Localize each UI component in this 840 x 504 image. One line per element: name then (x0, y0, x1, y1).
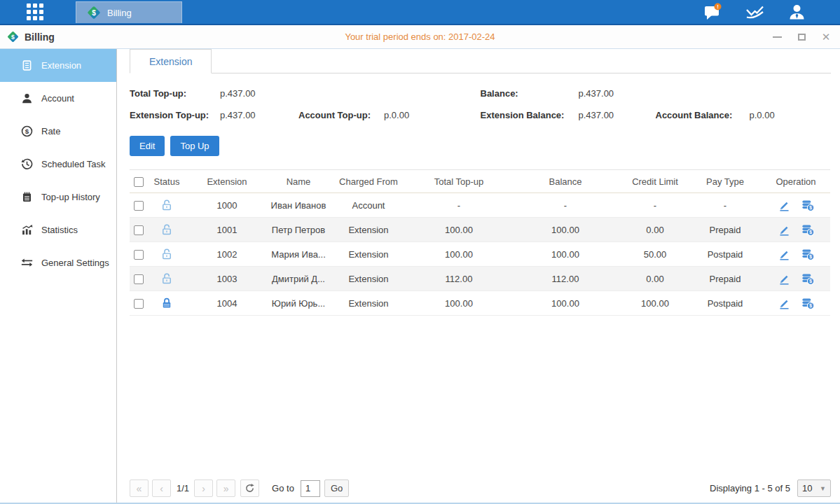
cell-charged-from: Extension (329, 218, 408, 242)
sidebar-item-account[interactable]: Account (0, 82, 116, 115)
edit-pencil-icon[interactable] (777, 247, 791, 261)
cell-extension: 1004 (186, 291, 268, 316)
cell-name: Дмитрий Д... (268, 267, 329, 291)
window-title: Billing (25, 31, 55, 43)
go-button[interactable]: Go (324, 479, 349, 497)
sidebar-item-extension[interactable]: Extension (0, 49, 116, 82)
sidebar-item-scheduled-task[interactable]: Scheduled Task (0, 148, 116, 181)
cell-total-topup: 100.00 (408, 218, 509, 242)
cell-total-topup: 100.00 (408, 291, 509, 316)
cell-credit-limit: - (621, 193, 689, 218)
maximize-button[interactable] (796, 31, 807, 43)
svg-text:$: $ (809, 254, 812, 260)
tab-extension[interactable]: Extension (130, 49, 212, 74)
cell-charged-from: Extension (329, 291, 408, 316)
svg-text:$: $ (809, 279, 812, 284)
column-header-credit-limit: Credit Limit (621, 170, 689, 193)
topbar-billing-tab[interactable]: $ Billing (76, 1, 182, 23)
os-topbar: $ Billing ! (0, 0, 840, 25)
goto-page-input[interactable] (301, 480, 320, 497)
billing-summary: Total Top-up: p.437.00 Extension Top-up:… (130, 83, 831, 126)
column-header-pay-type: Pay Type (689, 170, 762, 193)
notifications-icon[interactable]: ! (703, 2, 722, 22)
total-topup-value: p.437.00 (220, 88, 298, 99)
main-panel: Extension Total Top-up: p.437.00 Extensi… (117, 49, 840, 503)
row-checkbox[interactable] (134, 299, 144, 309)
extension-topup-label: Extension Top-up: (130, 110, 220, 120)
cell-extension: 1000 (186, 193, 268, 218)
top-up-coins-icon[interactable]: $ (801, 296, 815, 310)
cell-pay-type: Prepaid (689, 267, 762, 291)
svg-text:$: $ (25, 127, 29, 135)
edit-pencil-icon[interactable] (777, 223, 791, 237)
refresh-button[interactable] (240, 479, 259, 497)
sidebar-item-rate[interactable]: $ Rate (0, 115, 116, 148)
sidebar-item-label: Scheduled Task (41, 159, 106, 169)
edit-button[interactable]: Edit (130, 136, 165, 156)
top-up-coins-icon[interactable]: $ (801, 223, 815, 237)
next-page-button[interactable]: › (194, 479, 213, 497)
sidebar-item-general-settings[interactable]: General Settings (0, 246, 116, 279)
last-page-button[interactable]: » (216, 479, 235, 497)
cell-name: Петр Петров (268, 218, 329, 242)
cell-credit-limit: 50.00 (621, 242, 689, 267)
page-size-select[interactable]: 10 ▼ (797, 479, 831, 497)
close-button[interactable]: ✕ (820, 31, 832, 43)
cell-credit-limit: 100.00 (621, 291, 689, 316)
general-settings-icon (20, 257, 33, 270)
select-all-checkbox[interactable] (134, 177, 144, 187)
user-account-icon[interactable] (787, 2, 806, 22)
account-balance-value: p.0.00 (750, 110, 832, 120)
row-checkbox[interactable] (134, 225, 144, 235)
cell-balance: 112.00 (509, 267, 621, 291)
total-topup-label: Total Top-up: (130, 88, 220, 99)
resource-monitor-icon[interactable] (745, 2, 764, 22)
first-page-button[interactable]: « (130, 479, 149, 497)
cell-balance: 100.00 (509, 218, 621, 242)
current-page-indicator: 1/1 (177, 483, 189, 493)
row-checkbox[interactable] (134, 201, 144, 211)
sidebar-item-topup-history[interactable]: Top-up History (0, 181, 116, 214)
statistics-icon (20, 224, 33, 237)
trial-notice: Your trial period ends on: 2017-02-24 (0, 31, 840, 42)
table-row: 1001Петр ПетровExtension100.00100.000.00… (130, 218, 830, 242)
prev-page-button[interactable]: ‹ (152, 479, 171, 497)
topup-history-icon (20, 191, 33, 204)
table-row: 1004Юрий Юрь...Extension100.00100.00100.… (130, 291, 830, 316)
status-lock-icon[interactable] (148, 218, 186, 242)
top-up-coins-icon[interactable]: $ (801, 247, 815, 261)
status-lock-icon[interactable] (148, 291, 186, 316)
sidebar-item-statistics[interactable]: Statistics (0, 214, 116, 246)
edit-pencil-icon[interactable] (777, 296, 791, 310)
table-row: 1002Мария Ива...Extension100.00100.0050.… (130, 242, 830, 267)
cell-credit-limit: 0.00 (621, 267, 689, 291)
column-header-balance: Balance (509, 170, 621, 193)
row-checkbox[interactable] (134, 274, 144, 284)
svg-text:$: $ (809, 303, 812, 309)
column-header-charged-from: Charged From (329, 170, 408, 193)
minimize-button[interactable] (771, 31, 783, 43)
top-up-coins-icon[interactable]: $ (801, 272, 815, 286)
cell-charged-from: Extension (329, 267, 408, 291)
cell-total-topup: 100.00 (408, 242, 509, 267)
status-lock-icon[interactable] (148, 193, 186, 218)
status-lock-icon[interactable] (148, 267, 186, 291)
cell-name: Юрий Юрь... (268, 291, 329, 316)
top-up-coins-icon[interactable]: $ (801, 198, 815, 212)
row-checkbox[interactable] (134, 250, 144, 260)
status-lock-icon[interactable] (148, 242, 186, 267)
chevron-down-icon: ▼ (820, 485, 826, 492)
cell-extension: 1002 (186, 242, 268, 267)
edit-pencil-icon[interactable] (777, 198, 791, 212)
balance-label: Balance: (481, 88, 579, 99)
app-grid-icon[interactable] (27, 4, 43, 20)
window-controls: ✕ (771, 25, 832, 48)
top-up-button[interactable]: Top Up (170, 136, 219, 156)
cell-charged-from: Extension (329, 242, 408, 267)
extension-balance-label: Extension Balance: (481, 110, 579, 120)
extension-table: Status Extension Name Charged From Total… (130, 169, 830, 316)
edit-pencil-icon[interactable] (777, 272, 791, 286)
scheduled-task-icon (20, 158, 33, 171)
table-row: 1000Иван ИвановAccount----$ (130, 193, 830, 218)
cell-total-topup: - (408, 193, 509, 218)
